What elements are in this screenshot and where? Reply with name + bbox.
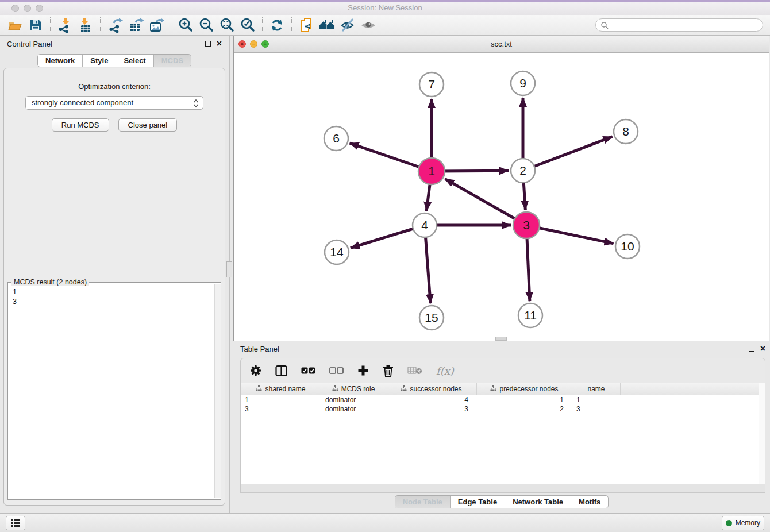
graph-node-label: 7 [428, 78, 435, 91]
org-chart-icon [256, 385, 262, 393]
toolbar-separator [100, 17, 101, 33]
float-panel-icon[interactable] [205, 41, 211, 47]
status-bar: Memory [0, 513, 770, 532]
search-field[interactable] [595, 18, 763, 32]
memory-status-icon [726, 520, 732, 526]
table-scrollbar[interactable] [759, 383, 765, 484]
column-header-label: MCDS role [341, 385, 375, 393]
org-chart-icon [401, 385, 407, 393]
settings-gear-icon[interactable] [250, 365, 261, 376]
toolbar-separator [50, 17, 51, 33]
home-fit-content-icon[interactable] [317, 17, 337, 34]
node-table-header: shared nameMCDS rolesuccessor nodesprede… [241, 383, 765, 395]
close-panel-button[interactable]: Close panel [118, 118, 178, 132]
refresh-view-icon[interactable] [267, 17, 287, 34]
tab-style[interactable]: Style [82, 55, 116, 67]
add-column-icon[interactable] [357, 365, 369, 376]
search-input[interactable] [611, 20, 763, 31]
graph-edge-2-8[interactable] [523, 137, 613, 171]
close-panel-icon[interactable]: × [217, 41, 222, 47]
tab-network-table[interactable]: Network Table [505, 496, 571, 508]
column-header-label: successor nodes [410, 385, 461, 393]
optimization-criterion-select[interactable]: strongly connected component [25, 96, 203, 110]
graph-edge-3-1[interactable] [445, 179, 526, 225]
control-panel: Control Panel × NetworkStyleSelectMCDS O… [0, 36, 229, 513]
graph-node-label: 6 [333, 132, 340, 145]
control-panel-title: Control Panel [7, 40, 52, 48]
delete-column-icon[interactable] [383, 365, 394, 377]
column-header-MCDS-role[interactable]: MCDS role [321, 383, 386, 395]
node-table[interactable]: shared nameMCDS rolesuccessor nodesprede… [240, 383, 765, 484]
mcds-result-list[interactable]: 13 [8, 283, 221, 307]
table-cell: 1 [572, 395, 621, 404]
save-session-icon[interactable] [25, 17, 46, 34]
open-session-icon[interactable] [5, 17, 25, 34]
search-icon [600, 21, 609, 29]
graph-node-label: 4 [421, 218, 428, 232]
graph-node-label: 8 [622, 125, 629, 138]
zoom-out-icon[interactable] [196, 17, 217, 34]
mcds-result-legend: MCDS result (2 nodes) [11, 278, 89, 286]
window-title: Session: New Session [0, 3, 770, 12]
mcds-result-line: 3 [13, 297, 217, 307]
tab-network[interactable]: Network [38, 55, 82, 67]
network-canvas[interactable]: 1234678910111415 [234, 53, 769, 341]
export-network-icon[interactable] [105, 17, 125, 34]
column-header-successor-nodes[interactable]: successor nodes [386, 383, 477, 395]
table-row[interactable]: 1dominator411 [241, 395, 765, 404]
deselect-all-checkboxes-icon[interactable] [329, 367, 344, 374]
application-window: Session: New Session [0, 0, 770, 532]
tab-edge-table[interactable]: Edge Table [450, 496, 505, 508]
column-header-predecessor-nodes[interactable]: predecessor nodes [477, 383, 572, 395]
result-scrollbar[interactable] [214, 284, 221, 498]
graph-node-label: 11 [524, 309, 537, 322]
column-header-shared-name[interactable]: shared name [241, 383, 321, 395]
table-panel-title: Table Panel [240, 345, 279, 353]
toolbar-separator [262, 17, 263, 33]
show-columns-icon[interactable] [275, 365, 287, 377]
table-cell: 1 [477, 395, 572, 404]
desktop-edge [0, 0, 770, 2]
show-all-icon[interactable] [358, 17, 379, 34]
import-table-icon[interactable] [75, 17, 96, 34]
tab-select[interactable]: Select [116, 55, 153, 67]
mcds-result-box: MCDS result (2 nodes) 13 [7, 282, 221, 500]
column-header-label: name [587, 385, 605, 393]
table-footer-strip [240, 484, 765, 493]
canvas-scroll-grip[interactable] [495, 337, 507, 341]
float-table-panel-icon[interactable] [749, 346, 754, 352]
zoom-selected-icon[interactable] [237, 17, 258, 34]
memory-button[interactable]: Memory [722, 516, 764, 530]
tab-node-table[interactable]: Node Table [395, 496, 450, 508]
table-cell: 3 [386, 404, 477, 414]
tab-motifs[interactable]: Motifs [571, 496, 608, 508]
node-table-body: 1dominator4113dominator323 [241, 395, 765, 414]
export-image-icon[interactable] [146, 17, 167, 34]
network-window-titlebar: × − + scc.txt [234, 36, 769, 53]
tab-mcds[interactable]: MCDS [153, 55, 191, 67]
hide-selected-icon[interactable] [337, 17, 358, 34]
column-header-name[interactable]: name [572, 383, 621, 395]
zoom-fit-icon[interactable] [217, 17, 237, 34]
table-cell: 2 [477, 404, 572, 414]
task-history-button[interactable] [6, 516, 25, 530]
network-graph[interactable]: 1234678910111415 [234, 53, 769, 341]
table-row[interactable]: 3dominator323 [241, 404, 765, 414]
delete-table-icon [407, 366, 422, 375]
table-cell: 3 [572, 404, 621, 414]
mcds-result-line: 1 [13, 287, 217, 297]
share-clipboard-icon[interactable] [296, 17, 317, 34]
close-table-panel-icon[interactable]: × [760, 346, 765, 352]
toolbar-separator [291, 17, 292, 33]
table-cell: 3 [241, 404, 321, 414]
table-cell: 4 [386, 395, 477, 404]
graph-node-label: 10 [621, 240, 634, 253]
graph-node-label: 2 [519, 164, 526, 177]
import-network-icon[interactable] [55, 17, 75, 34]
panel-splitter-grip[interactable] [226, 261, 232, 277]
select-all-checkboxes-icon[interactable] [301, 367, 315, 374]
export-table-icon[interactable] [125, 17, 146, 34]
network-view-window: × − + scc.txt 1234678910111415 [233, 36, 769, 341]
run-mcds-button[interactable]: Run MCDS [52, 118, 109, 132]
zoom-in-icon[interactable] [175, 17, 196, 34]
